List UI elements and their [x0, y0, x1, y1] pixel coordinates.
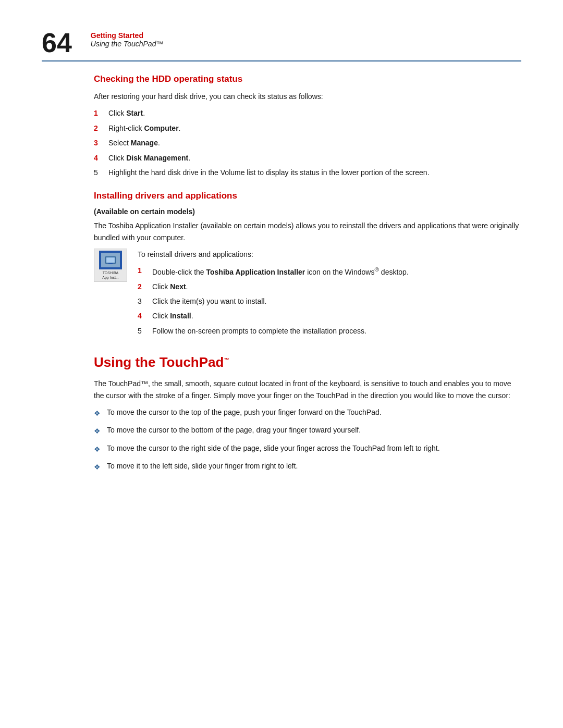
registered-sup: ® [374, 266, 379, 273]
step-number: 4 [138, 310, 148, 322]
installing-steps-list: 1 Double-click the Toshiba Application I… [138, 265, 521, 337]
list-item: 5 Highlight the hard disk drive in the V… [94, 167, 521, 178]
step-text: Click Start. [108, 107, 521, 119]
step-number: 3 [138, 295, 148, 307]
available-models-label: (Available on certain models) [94, 207, 521, 216]
step-number: 5 [138, 325, 148, 337]
bullet-diamond-icon: ❖ [94, 408, 101, 419]
header-subtitle: Using the TouchPad™ [91, 40, 164, 48]
list-item: 4 Click Install. [138, 310, 521, 322]
bullet-text: To move the cursor to the top of the pag… [107, 406, 521, 418]
step-text: Select Manage. [108, 137, 521, 149]
step-text: Click Disk Management. [108, 152, 521, 164]
header: 64 Getting Started Using the TouchPad™ [0, 31, 563, 56]
step-text: Highlight the hard disk drive in the Vol… [108, 167, 521, 178]
page-number: 64 [42, 29, 72, 56]
step-text: Follow the on-screen prompts to complete… [152, 325, 521, 337]
header-text: Getting Started Using the TouchPad™ [91, 31, 164, 48]
page: 64 Getting Started Using the TouchPad™ C… [0, 0, 563, 728]
step-number: 1 [94, 107, 104, 119]
list-item: 5 Follow the on-screen prompts to comple… [138, 325, 521, 337]
list-item: 2 Click Next. [138, 281, 521, 292]
list-item: 1 Click Start. [94, 107, 521, 119]
using-touchpad-description: The TouchPad™, the small, smooth, square… [94, 378, 521, 401]
toshiba-icon-inner [99, 251, 122, 269]
step-number: 4 [94, 152, 104, 164]
header-divider [42, 60, 521, 61]
list-item: ❖ To move the cursor to the top of the p… [94, 406, 521, 419]
step-bold: Install [170, 312, 191, 320]
toshiba-icon-label: TOSHIBAApp Inst... [102, 271, 119, 280]
bullet-diamond-icon: ❖ [94, 425, 101, 437]
getting-started-label: Getting Started [91, 31, 164, 40]
step-number: 2 [94, 122, 104, 134]
list-item: 4 Click Disk Management. [94, 152, 521, 164]
installing-drivers-title: Installing drivers and applications [94, 191, 521, 201]
list-item: 3 Select Manage. [94, 137, 521, 149]
step-bold: Computer [144, 124, 178, 132]
using-touchpad-section: Using the TouchPad™ The TouchPad™, the s… [94, 354, 521, 473]
svg-rect-2 [108, 263, 113, 264]
bullet-text: To move it to the left side, slide your … [107, 460, 521, 472]
bullet-diamond-icon: ❖ [94, 443, 101, 455]
bullet-diamond-icon: ❖ [94, 461, 101, 473]
step-text: Click Install. [152, 310, 521, 322]
list-item: ❖ To move the cursor to the right side o… [94, 442, 521, 455]
installing-drivers-section: Installing drivers and applications (Ava… [94, 191, 521, 342]
toshiba-icon-screen [101, 253, 120, 267]
using-touchpad-title: Using the TouchPad™ [94, 354, 521, 371]
list-item: ❖ To move it to the left side, slide you… [94, 460, 521, 473]
reinstall-steps: To reinstall drivers and applications: 1… [138, 249, 521, 342]
step-number: 1 [138, 265, 148, 278]
step-text: Right-click Computer. [108, 122, 521, 134]
checking-hdd-title: Checking the HDD operating status [94, 74, 521, 84]
main-content: Checking the HDD operating status After … [0, 74, 563, 473]
step-bold: Disk Management [126, 154, 188, 162]
step-number: 2 [138, 281, 148, 292]
monitor-svg [104, 255, 117, 265]
installing-drivers-description: The Toshiba Application Installer (avail… [94, 220, 521, 243]
svg-rect-1 [106, 257, 115, 263]
tm-superscript: ™ [224, 357, 229, 363]
reinstall-row: TOSHIBAApp Inst... To reinstall drivers … [94, 249, 521, 342]
checking-hdd-intro: After restoring your hard disk drive, yo… [94, 91, 521, 102]
bullet-text: To move the cursor to the bottom of the … [107, 424, 521, 436]
checking-hdd-section: Checking the HDD operating status After … [94, 74, 521, 178]
list-item: 3 Click the item(s) you want to install. [138, 295, 521, 307]
step-bold: Manage [131, 139, 158, 147]
step-text: Click Next. [152, 281, 521, 292]
step-text: Click the item(s) you want to install. [152, 295, 521, 307]
using-touchpad-title-text: Using the TouchPad [94, 354, 224, 370]
step-number: 5 [94, 167, 104, 178]
step-bold: Start [126, 109, 143, 117]
step-number: 3 [94, 137, 104, 149]
list-item: 2 Right-click Computer. [94, 122, 521, 134]
list-item: ❖ To move the cursor to the bottom of th… [94, 424, 521, 437]
bullet-text: To move the cursor to the right side of … [107, 442, 521, 454]
touchpad-bullets: ❖ To move the cursor to the top of the p… [94, 406, 521, 473]
step-text: Double-click the Toshiba Application Ins… [152, 265, 521, 278]
toshiba-app-installer-icon: TOSHIBAApp Inst... [94, 249, 127, 282]
step-bold: Toshiba Application Installer [206, 267, 305, 276]
list-item: 1 Double-click the Toshiba Application I… [138, 265, 521, 278]
step-bold: Next [170, 282, 186, 291]
to-reinstall-text: To reinstall drivers and applications: [138, 249, 521, 260]
checking-hdd-steps: 1 Click Start. 2 Right-click Computer. 3… [94, 107, 521, 178]
